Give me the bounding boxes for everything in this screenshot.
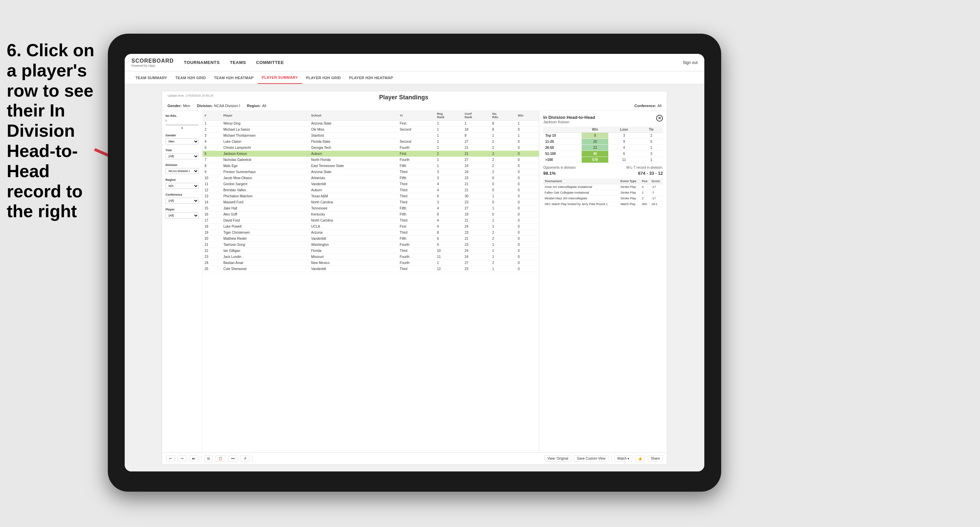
table-row[interactable]: 19 Tiger Christensen Arizona Third 8 23 …	[202, 230, 539, 236]
tab-player-h2h-grid[interactable]: PLAYER H2H GRID	[302, 71, 345, 84]
cell-conf-rank: 21	[463, 151, 490, 157]
table-row[interactable]: 7 Nicholas Gabrelcik North Florida Fourt…	[202, 157, 539, 163]
table-row[interactable]: 15 Jake Hall Tennessee Fifth 4 27 1 0	[202, 205, 539, 211]
cell-no-rds: 2	[490, 163, 516, 169]
cell-num: 10	[202, 175, 221, 181]
player-select[interactable]: (All)	[165, 213, 199, 219]
year-select[interactable]: (All)	[165, 153, 199, 159]
cell-win: 0	[515, 181, 539, 187]
gender-sidebar-label: Gender	[165, 134, 199, 137]
tab-team-h2h-grid[interactable]: TEAM H2H GRID	[171, 71, 210, 84]
rounds-slider[interactable]	[165, 124, 199, 125]
table-row[interactable]: 20 Matthew Riedel Vanderbilt Fifth 6 21 …	[202, 236, 539, 242]
table-row[interactable]: 18 Luke Powell UCLA First 4 24 1 0	[202, 224, 539, 230]
refresh-button[interactable]: ↺	[240, 455, 250, 462]
cell-no-rds: 1	[490, 224, 516, 230]
save-custom-view-button[interactable]: Save Custom View	[574, 455, 608, 462]
cell-school: Washington	[309, 242, 398, 248]
cell-num: 4	[202, 139, 221, 145]
cell-yr: Second	[398, 127, 435, 133]
cell-num: 11	[202, 181, 221, 187]
cell-player: Mats Ege	[221, 163, 309, 169]
table-row[interactable]: 4 Luke Claton Florida State Second 1 27 …	[202, 139, 539, 145]
tab-player-summary[interactable]: PLAYER SUMMARY	[258, 71, 302, 84]
table-row[interactable]: 2 Michael La Sasso Ole Miss Second 1 18 …	[202, 127, 539, 133]
content-layout: No Rds. 6 6 Gender	[162, 111, 667, 452]
tab-team-summary[interactable]: TEAM SUMMARY	[131, 71, 171, 84]
table-row[interactable]: 16 Alex Goff Kentucky Fifth 8 19 0 0	[202, 211, 539, 217]
tournament-row: Mirabel Maui Jim Intercollegiate Stroke …	[543, 196, 663, 202]
tab-player-h2h-heatmap[interactable]: PLAYER H2H HEATMAP	[345, 71, 397, 84]
division-select[interactable]: NCAA Division I	[165, 168, 199, 174]
panel-header: Update time: 27/03/2024 16:56:26 Player …	[162, 91, 667, 111]
table-row[interactable]: 14 Maxwell Ford North Carolina Third 3 2…	[202, 199, 539, 205]
gender-select[interactable]: Men	[165, 138, 199, 144]
view-original-button[interactable]: View: Original	[545, 455, 571, 462]
h2h-label: 11-25	[543, 139, 582, 145]
table-row[interactable]: 8 Mats Ege East Tennessee State Fifth 1 …	[202, 163, 539, 169]
cell-no-rds: 2	[490, 139, 516, 145]
table-row[interactable]: 13 Phichaksn Maichon Texas A&M Third 6 3…	[202, 193, 539, 199]
nav-tournaments[interactable]: TOURNAMENTS	[184, 59, 220, 66]
opponents-label: Opponents in division:	[543, 166, 576, 169]
table-row[interactable]: 5 Christo Lamprecht Georgia Tech Fourth …	[202, 145, 539, 151]
table-row[interactable]: 25 Cole Sherwood Vanderbilt Third 12 23 …	[202, 266, 539, 272]
cell-player: Brendan Valles	[221, 187, 309, 193]
col-school: School	[309, 111, 398, 121]
table-row[interactable]: 24 Bastian Amat New Mexico Fourth 1 27 2…	[202, 260, 539, 266]
cell-yr: Third	[398, 193, 435, 199]
table-row[interactable]: 22 Ian Gilligan Florida Third 10 24 1 0	[202, 248, 539, 254]
sign-out-button[interactable]: Sign out	[683, 60, 698, 65]
table-row[interactable]: 12 Brendan Valles Auburn Third 4 21 0 0	[202, 187, 539, 193]
wlt-record: 674 - 33 - 12	[638, 171, 663, 176]
cell-reg-rank: 4	[435, 224, 463, 230]
cell-yr: Fifth	[398, 211, 435, 217]
undo-button[interactable]: ↩	[166, 455, 175, 462]
more-button[interactable]: •••	[228, 455, 238, 462]
skip-button[interactable]: ⏭	[189, 455, 199, 462]
copy-button[interactable]: ⧉	[204, 455, 213, 462]
nav-committee[interactable]: COMMITTEE	[256, 59, 284, 66]
h2h-loss: 9	[608, 139, 640, 145]
h2h-row: Top 10 8 3 2	[543, 133, 663, 139]
paste-button[interactable]: 📋	[215, 455, 226, 462]
table-row[interactable]: 10 Jacob Mow-Okwuo Arkansas Fifth 3 23 0…	[202, 175, 539, 181]
region-select[interactable]: N/A	[165, 183, 199, 189]
table-row[interactable]: 21 Taehoon Song Washington Fourth 6 23 1…	[202, 242, 539, 248]
cell-no-rds: 1	[490, 193, 516, 199]
cell-school: Arizona State	[309, 169, 398, 175]
cell-reg-rank: 6	[435, 236, 463, 242]
nav-teams[interactable]: TEAMS	[230, 59, 246, 66]
redo-button[interactable]: ↪	[178, 455, 186, 462]
col-num: #	[202, 111, 221, 121]
cell-conf-rank: 18	[463, 127, 490, 133]
thumbsup-button[interactable]: 👍	[635, 455, 645, 462]
table-row[interactable]: 11 Gordon Sargent Vanderbilt Third 4 21 …	[202, 181, 539, 187]
cell-reg-rank: 6	[435, 242, 463, 248]
h2h-col-loss: Loss	[608, 127, 640, 133]
share-button[interactable]: Share	[648, 455, 663, 462]
cell-reg-rank: 3	[435, 169, 463, 175]
cell-num: 25	[202, 266, 221, 272]
tab-team-h2h-heatmap[interactable]: TEAM H2H HEATMAP	[210, 71, 258, 84]
table-row[interactable]: 9 Preston Summerhays Arizona State Third…	[202, 169, 539, 175]
watch-button[interactable]: Watch ▾	[614, 455, 633, 462]
table-row[interactable]: 1 Wenyi Ding Arizona State First 1 1 8 1	[202, 121, 539, 127]
table-row[interactable]: 3 Michael Thorbjornsen Stanford 1 8 1 1	[202, 133, 539, 139]
division-filter-label: Division:	[197, 104, 213, 108]
cell-win: 1	[515, 121, 539, 127]
cell-win: 0	[515, 199, 539, 205]
gender-filter-label: Gender:	[167, 104, 181, 108]
cell-reg-rank: 8	[435, 211, 463, 217]
cell-num: 13	[202, 193, 221, 199]
table-row[interactable]: 6 Jackson Koivun Auburn First 2 21 2 0	[202, 151, 539, 157]
table-row[interactable]: 23 Jack Lundin Missouri Fourth 11 24 1 0	[202, 254, 539, 260]
table-row[interactable]: 17 David Ford North Carolina Third 4 21 …	[202, 217, 539, 224]
conference-select[interactable]: (All)	[165, 198, 199, 204]
cell-conf-rank: 21	[463, 145, 490, 151]
cell-player: Taehoon Song	[221, 242, 309, 248]
cell-conf-rank: 21	[463, 236, 490, 242]
opponents-row: Opponents in division: W-L-T record in-d…	[543, 166, 663, 169]
h2h-tie: 1	[640, 145, 663, 151]
h2h-close-button[interactable]: ✕	[656, 115, 663, 122]
